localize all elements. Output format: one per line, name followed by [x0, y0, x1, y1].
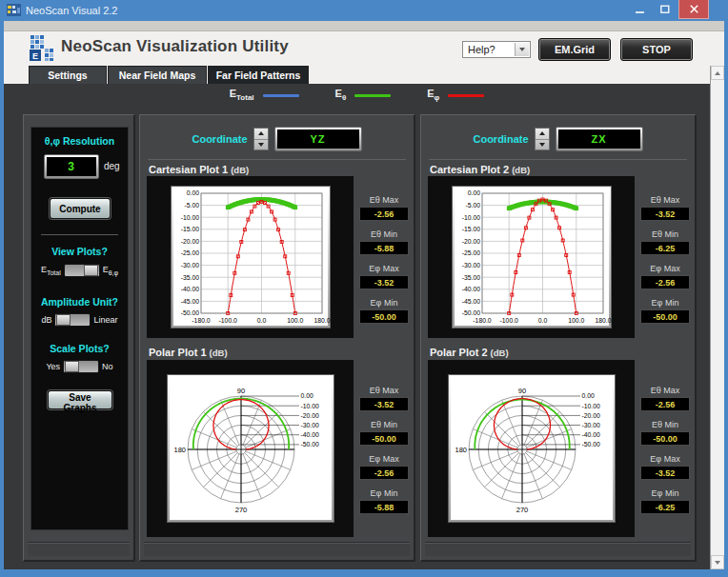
coordinate-display-bezel: ZX: [556, 127, 643, 151]
neoscan-logo: E: [29, 35, 54, 62]
coordinate-row-yz: Coordinate YZ: [140, 127, 414, 151]
svg-text:-10.00: -10.00: [300, 403, 318, 409]
close-button[interactable]: [678, 0, 709, 19]
value-indicator: -5.88: [359, 500, 409, 514]
value-label: Eθ Min: [357, 229, 411, 241]
value-indicator: -5.88: [359, 241, 409, 255]
resolution-input[interactable]: 3: [47, 157, 96, 176]
coordinate-display-bezel: YZ: [274, 127, 362, 151]
polar-plot-1-svg: 0.00-10.00-20.00-30.00-40.00-50.00901802…: [170, 377, 332, 520]
svg-text:-20.00: -20.00: [461, 238, 479, 245]
svg-text:100.0: 100.0: [568, 317, 584, 324]
cartesian-plot-1-svg: 0.00-5.00-10.00-15.00-20.00-25.00-30.00-…: [173, 189, 328, 326]
resolution-unit-label: deg: [104, 161, 120, 171]
maximize-button[interactable]: [654, 0, 677, 19]
svg-text:180: 180: [455, 446, 467, 454]
svg-text:-40.00: -40.00: [581, 431, 599, 438]
amplitude-toggle-handle[interactable]: [56, 314, 71, 326]
svg-text:-25.00: -25.00: [180, 249, 198, 256]
tab-far-field-patterns[interactable]: Far Field Patterns: [208, 66, 309, 84]
spinner-down-icon[interactable]: [536, 140, 549, 150]
svg-text:-30.00: -30.00: [581, 422, 599, 428]
svg-text:100.0: 100.0: [287, 317, 303, 324]
spinner-up-icon[interactable]: [536, 129, 549, 140]
spinner-down-icon[interactable]: [254, 140, 268, 150]
minimize-icon: [636, 6, 645, 14]
value-indicator: -2.56: [640, 275, 690, 289]
vertical-scrollbar[interactable]: [710, 66, 724, 569]
svg-text:-20.00: -20.00: [581, 412, 599, 419]
cartesian-plot-2-svg: 0.00-5.00-10.00-15.00-20.00-25.00-30.00-…: [455, 189, 609, 326]
panel-divider: [148, 159, 406, 160]
polar-plot-2: 0.00-10.00-20.00-30.00-40.00-50.00901802…: [448, 374, 616, 523]
titlebar: NeoScan Visual 2.2: [0, 0, 728, 21]
main-content: ETotal Eθ Eφ θ,φ Resolution 3: [4, 84, 710, 569]
coordinate-display[interactable]: ZX: [558, 129, 640, 149]
legend-item-e-phi: Eφ: [427, 88, 484, 102]
coordinate-label: Coordinate: [192, 133, 247, 145]
svg-text:E: E: [32, 51, 38, 61]
scroll-down-icon[interactable]: [711, 555, 724, 569]
coordinate-spinner[interactable]: [535, 128, 550, 150]
value-indicator: -3.52: [640, 207, 690, 221]
stop-button[interactable]: STOP: [620, 38, 693, 61]
value-label: Eθ Max: [357, 386, 411, 397]
value-indicator: -6.25: [640, 500, 690, 514]
minimize-button[interactable]: [629, 0, 652, 19]
sidebar-footer: [28, 542, 130, 556]
value-indicator: -3.52: [640, 466, 690, 480]
tab-settings[interactable]: Settings: [29, 66, 107, 84]
save-graphs-button[interactable]: Save Graphs: [48, 390, 112, 409]
view-plots-left-label: ETotal: [41, 265, 61, 276]
svg-text:90: 90: [236, 387, 244, 395]
value-indicator: -50.00: [359, 431, 409, 446]
value-label: Eφ Max: [357, 454, 411, 466]
view-plots-toggle[interactable]: [64, 264, 100, 277]
svg-text:-50.00: -50.00: [461, 309, 479, 316]
value-label: Eθ Max: [638, 386, 692, 397]
value-label: Eφ Max: [638, 264, 692, 275]
svg-text:-15.00: -15.00: [180, 226, 198, 232]
scale-right-label: No: [102, 362, 113, 371]
coordinate-display[interactable]: YZ: [277, 129, 359, 149]
sidebar-divider: [41, 234, 118, 235]
svg-text:-10.00: -10.00: [581, 403, 599, 409]
compute-button[interactable]: Compute: [50, 198, 111, 219]
polar-plot-2-title: Polar Plot 2 (dB): [430, 347, 509, 358]
view-plots-label: View Plots?: [31, 246, 128, 257]
scroll-up-icon[interactable]: [711, 66, 724, 80]
amplitude-unit-toggle[interactable]: [54, 313, 91, 327]
help-dropdown[interactable]: Help?: [462, 41, 531, 58]
svg-text:-30.00: -30.00: [180, 262, 198, 269]
svg-text:0.0: 0.0: [256, 317, 266, 324]
panel-yz-footer: [144, 542, 410, 556]
value-indicator: -50.00: [359, 309, 409, 324]
svg-text:-100.0: -100.0: [499, 317, 517, 324]
svg-text:-180.0: -180.0: [192, 317, 210, 324]
svg-text:-20.00: -20.00: [300, 412, 318, 419]
cartesian-1-values: Eθ Max-2.56 Eθ Min-5.88 Eφ Max-3.52 Eφ M…: [357, 195, 411, 332]
value-label: Eθ Max: [638, 195, 692, 207]
polar-1-values: Eθ Max-3.52 Eθ Min-50.00 Eφ Max-2.56 Eφ …: [357, 386, 411, 523]
amplitude-right-label: Linear: [93, 315, 117, 325]
coordinate-spinner[interactable]: [253, 128, 269, 150]
svg-text:-25.00: -25.00: [461, 249, 479, 256]
help-dropdown-value: Help?: [468, 44, 495, 55]
value-label: Eθ Max: [357, 195, 411, 207]
value-indicator: -50.00: [640, 431, 690, 446]
svg-text:-5.00: -5.00: [184, 202, 199, 209]
value-indicator: -2.56: [640, 397, 690, 411]
tab-near-field-maps[interactable]: Near Field Maps: [108, 66, 207, 84]
spinner-up-icon[interactable]: [254, 129, 268, 140]
cartesian-plot-1: 0.00-5.00-10.00-15.00-20.00-25.00-30.00-…: [171, 186, 331, 328]
amplitude-unit-row: dB Linear: [31, 313, 128, 327]
svg-text:-50.00: -50.00: [300, 441, 318, 448]
view-plots-toggle-handle[interactable]: [84, 265, 98, 276]
svg-text:180.0: 180.0: [595, 317, 611, 324]
polar-plot-2-region: 0.00-10.00-20.00-30.00-40.00-50.00901802…: [428, 360, 635, 537]
panel-zx: Coordinate ZX Cartesian Plot 2 (dB) 0.0: [420, 114, 697, 562]
scale-plots-toggle[interactable]: [63, 360, 99, 373]
em-grid-button[interactable]: EM.Grid: [538, 38, 611, 61]
scale-toggle-handle[interactable]: [65, 361, 79, 372]
value-label: Eφ Max: [357, 264, 411, 275]
